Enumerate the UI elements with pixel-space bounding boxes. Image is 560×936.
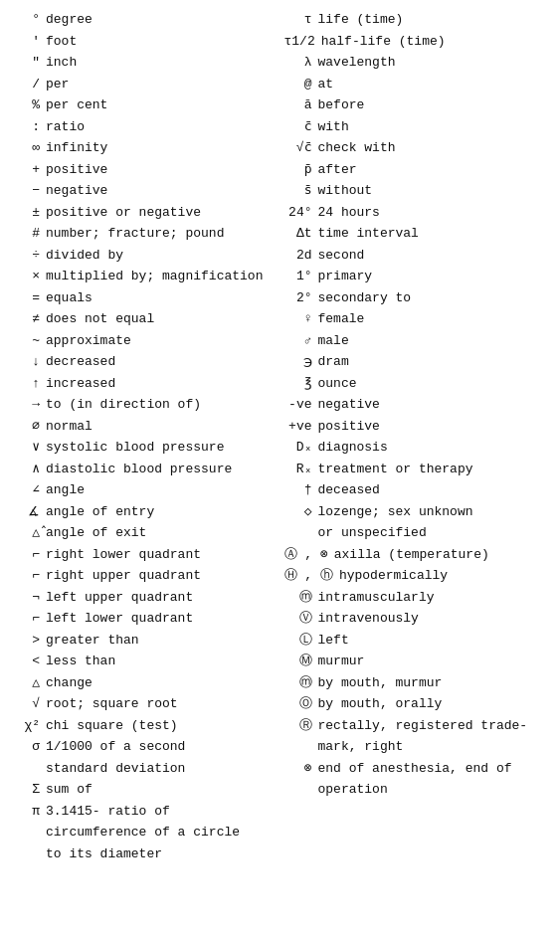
list-item: %per cent: [12, 95, 277, 115]
list-item: ∅normal: [12, 417, 277, 437]
list-item: 2dsecond: [284, 246, 549, 266]
list-item: +vepositive: [284, 417, 549, 437]
symbol: ā: [284, 95, 312, 115]
definition: systolic blood pressure: [46, 438, 277, 458]
list-item: °degree: [12, 10, 277, 30]
definition: right upper quadrant: [46, 566, 277, 586]
list-item: ↑increased: [12, 374, 277, 394]
definition: infinity: [46, 138, 277, 158]
definition: diagnosis: [318, 438, 549, 458]
definition: per cent: [46, 95, 277, 115]
definition: to (in direction of): [46, 395, 277, 415]
definition-continuation: operation: [318, 780, 549, 800]
definition: chi square (test): [46, 716, 277, 736]
symbol: ≠: [12, 309, 40, 329]
symbol: ⌐: [12, 566, 40, 586]
definition: normal: [46, 417, 277, 437]
symbol: 2°: [284, 288, 312, 308]
definition: divided by: [46, 246, 277, 266]
symbol: s̄: [284, 181, 312, 201]
symbol: #: [12, 224, 40, 244]
list-item: ″inch: [12, 53, 277, 73]
list-item: ′foot: [12, 32, 277, 52]
definition: murmur: [318, 652, 549, 671]
symbol: @: [284, 75, 312, 94]
definition: degree: [46, 10, 277, 30]
definition: approximate: [46, 331, 277, 351]
symbol: ℈: [284, 352, 312, 372]
symbol: ¬: [12, 588, 40, 608]
definition: time interval: [318, 224, 549, 244]
symbol: +: [12, 160, 40, 180]
list-item: #number; fracture; pound: [12, 224, 277, 244]
list-item: −negative: [12, 181, 277, 201]
symbol: √c̄: [284, 138, 312, 158]
symbol: +ve: [284, 417, 312, 437]
symbol: ⌐: [12, 545, 40, 565]
symbol: ↑: [12, 374, 40, 394]
list-item: ♀female: [284, 309, 549, 329]
symbol: χ²: [12, 716, 40, 736]
list-item: >greater than: [12, 631, 277, 651]
symbol: Ⓡ: [284, 716, 312, 736]
definition: negative: [46, 181, 277, 201]
symbol: ⓜ: [284, 673, 312, 693]
symbol: →: [12, 395, 40, 415]
definition-continuation: or unspecified: [318, 523, 549, 543]
list-item: ⌐right upper quadrant: [12, 566, 277, 586]
definition: change: [46, 673, 277, 693]
symbol: △̂: [12, 523, 40, 543]
list-item: ∠angle: [12, 480, 277, 500]
symbol: ⓜ: [284, 588, 312, 608]
definition: multiplied by; magnification: [46, 267, 277, 286]
symbol: Ⓥ: [284, 609, 312, 629]
list-item: Σsum of: [12, 780, 277, 800]
list-item: Ⓡrectally, registered trade-: [284, 716, 549, 736]
symbol: Ⓜ: [284, 652, 312, 671]
symbol: <: [12, 652, 40, 671]
symbol: √: [12, 694, 40, 714]
definition: number; fracture; pound: [46, 224, 277, 244]
list-item: ⊗end of anesthesia, end of: [284, 759, 549, 779]
list-item: ~approximate: [12, 331, 277, 351]
symbol: ⌐: [12, 609, 40, 629]
main-content: °degree′foot″inch/per%per cent:ratio∞inf…: [12, 10, 548, 865]
list-item: λwavelength: [284, 53, 549, 73]
definition: inch: [46, 53, 277, 73]
definition: foot: [46, 32, 277, 52]
symbol: Σ: [12, 780, 40, 800]
symbol: ♀: [284, 309, 312, 329]
definition: by mouth, orally: [318, 694, 549, 714]
definition: treatment or therapy: [318, 460, 549, 479]
list-item: /per: [12, 75, 277, 94]
symbol: ◇: [284, 502, 312, 522]
list-item: ∡angle of entry: [12, 502, 277, 522]
definition: positive: [318, 417, 549, 437]
definition: with: [318, 117, 549, 137]
list-item: Δttime interval: [284, 224, 549, 244]
list-item: σ1/1000 of a second: [12, 737, 277, 757]
symbol: -ve: [284, 395, 312, 415]
symbol: σ: [12, 737, 40, 757]
list-item: △̂angle of exit: [12, 523, 277, 543]
symbol: Ⓞ: [284, 694, 312, 714]
definition-continuation: mark, right: [318, 737, 549, 757]
symbol: Rₓ: [284, 460, 312, 479]
symbol: ″: [12, 53, 40, 73]
definition: ounce: [318, 374, 549, 394]
list-item: <less than: [12, 652, 277, 671]
symbol: △: [12, 673, 40, 693]
definition: wavelength: [318, 53, 549, 73]
definition: angle: [46, 480, 277, 500]
symbol: Ⓛ: [284, 631, 312, 651]
symbol: 1°: [284, 267, 312, 286]
definition: axilla (temperature): [334, 545, 548, 565]
definition: equals: [46, 288, 277, 308]
definition: after: [318, 160, 549, 180]
list-item: 24°24 hours: [284, 203, 549, 223]
definition: secondary to: [318, 288, 549, 308]
list-item: π3.1415- ratio of: [12, 802, 277, 822]
symbol: π: [12, 802, 40, 822]
symbol: Ⓐ , ⊗: [284, 545, 328, 565]
symbol: ♂: [284, 331, 312, 351]
